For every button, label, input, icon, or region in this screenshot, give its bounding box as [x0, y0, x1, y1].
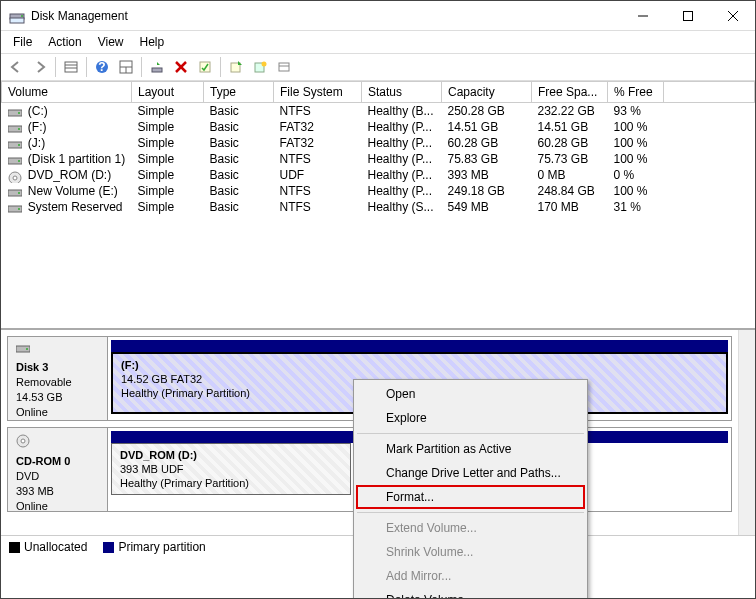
svg-rect-18 — [200, 62, 210, 72]
view-list-button[interactable] — [60, 56, 82, 78]
partition-detail: 393 MB UDF — [120, 462, 342, 476]
volume-row[interactable]: (C:)SimpleBasicNTFSHealthy (B...250.28 G… — [2, 103, 755, 120]
svg-point-35 — [18, 192, 20, 194]
scrollbar[interactable] — [738, 330, 755, 535]
refresh-button[interactable] — [146, 56, 168, 78]
volume-icon — [8, 107, 22, 117]
disk-state: Online — [16, 499, 99, 514]
maximize-button[interactable] — [665, 1, 710, 30]
disk-kind: DVD — [16, 469, 99, 484]
svg-rect-22 — [279, 63, 289, 71]
ctx-format[interactable]: Format... — [356, 485, 585, 509]
disk-size: 393 MB — [16, 484, 99, 499]
svg-rect-1 — [10, 18, 24, 23]
partition-name: (F:) — [121, 358, 718, 372]
partition-name: DVD_ROM (D:) — [120, 448, 342, 462]
svg-rect-15 — [152, 68, 162, 72]
disk-title: Disk 3 — [16, 360, 99, 375]
ctx-shrink: Shrink Volume... — [356, 540, 585, 564]
col-layout[interactable]: Layout — [132, 82, 204, 103]
capacity-bar — [111, 340, 728, 352]
menu-file[interactable]: File — [5, 33, 40, 51]
action2-icon[interactable] — [249, 56, 271, 78]
window-title: Disk Management — [31, 9, 620, 23]
svg-point-27 — [18, 128, 20, 130]
legend-unallocated: Unallocated — [24, 540, 87, 554]
svg-point-33 — [13, 176, 17, 180]
disk-kind: Removable — [16, 375, 99, 390]
col-type[interactable]: Type — [204, 82, 274, 103]
svg-point-41 — [21, 439, 25, 443]
title-bar: Disk Management — [1, 1, 755, 31]
ctx-explore[interactable]: Explore — [356, 406, 585, 430]
back-button[interactable] — [5, 56, 27, 78]
menu-bar: File Action View Help — [1, 31, 755, 53]
legend-primary: Primary partition — [118, 540, 205, 554]
volume-icon — [8, 171, 22, 181]
action1-icon[interactable] — [225, 56, 247, 78]
col-free[interactable]: Free Spa... — [532, 82, 608, 103]
volume-icon — [8, 139, 22, 149]
partition-block[interactable]: DVD_ROM (D:)393 MB UDFHealthy (Primary P… — [111, 443, 351, 495]
view-detail-button[interactable] — [115, 56, 137, 78]
volume-icon — [8, 123, 22, 133]
volume-row[interactable]: DVD_ROM (D:)SimpleBasicUDFHealthy (P...3… — [2, 167, 755, 183]
disk-header: Disk 3Removable14.53 GBOnline — [8, 337, 108, 420]
forward-button[interactable] — [29, 56, 51, 78]
volume-icon — [8, 203, 22, 213]
disk-size: 14.53 GB — [16, 390, 99, 405]
svg-point-25 — [18, 112, 20, 114]
col-capacity[interactable]: Capacity — [442, 82, 532, 103]
svg-text:?: ? — [98, 60, 105, 74]
menu-view[interactable]: View — [90, 33, 132, 51]
svg-rect-7 — [65, 62, 77, 72]
menu-help[interactable]: Help — [132, 33, 173, 51]
col-extra[interactable] — [664, 82, 755, 103]
swatch-unallocated — [9, 542, 20, 553]
ctx-change-letter[interactable]: Change Drive Letter and Paths... — [356, 461, 585, 485]
ctx-delete[interactable]: Delete Volume... — [356, 588, 585, 599]
partition-health: Healthy (Primary Partition) — [120, 476, 342, 490]
svg-point-2 — [21, 15, 23, 17]
context-menu: Open Explore Mark Partition as Active Ch… — [353, 379, 588, 599]
action3-icon[interactable] — [273, 56, 295, 78]
disk-title: CD-ROM 0 — [16, 454, 99, 469]
disk-state: Online — [16, 405, 99, 420]
volume-row[interactable]: (F:)SimpleBasicFAT32Healthy (P...14.51 G… — [2, 119, 755, 135]
properties-icon[interactable] — [194, 56, 216, 78]
svg-point-31 — [18, 160, 20, 162]
disk-icon — [16, 343, 99, 358]
volume-row[interactable]: (J:)SimpleBasicFAT32Healthy (P...60.28 G… — [2, 135, 755, 151]
volume-icon — [8, 187, 22, 197]
ctx-extend: Extend Volume... — [356, 516, 585, 540]
volume-row[interactable]: System ReservedSimpleBasicNTFSHealthy (S… — [2, 199, 755, 215]
col-pct[interactable]: % Free — [608, 82, 664, 103]
ctx-open[interactable]: Open — [356, 382, 585, 406]
volume-row[interactable]: New Volume (E:)SimpleBasicNTFSHealthy (P… — [2, 183, 755, 199]
col-fs[interactable]: File System — [274, 82, 362, 103]
svg-point-37 — [18, 208, 20, 210]
svg-rect-4 — [683, 11, 692, 20]
col-status[interactable]: Status — [362, 82, 442, 103]
toolbar: ? — [1, 53, 755, 81]
app-icon — [9, 8, 25, 24]
ctx-mark-active[interactable]: Mark Partition as Active — [356, 437, 585, 461]
svg-point-21 — [262, 62, 267, 67]
minimize-button[interactable] — [620, 1, 665, 30]
swatch-primary — [103, 542, 114, 553]
ctx-mirror: Add Mirror... — [356, 564, 585, 588]
col-volume[interactable]: Volume — [2, 82, 132, 103]
volume-list: Volume Layout Type File System Status Ca… — [1, 81, 755, 330]
delete-icon[interactable] — [170, 56, 192, 78]
disk-header: CD-ROM 0DVD393 MBOnline — [8, 428, 108, 511]
close-button[interactable] — [710, 1, 755, 30]
svg-point-39 — [26, 348, 28, 350]
help-button[interactable]: ? — [91, 56, 113, 78]
menu-action[interactable]: Action — [40, 33, 89, 51]
svg-point-29 — [18, 144, 20, 146]
volume-icon — [8, 155, 22, 165]
disk-icon — [16, 434, 99, 452]
volume-row[interactable]: (Disk 1 partition 1)SimpleBasicNTFSHealt… — [2, 151, 755, 167]
